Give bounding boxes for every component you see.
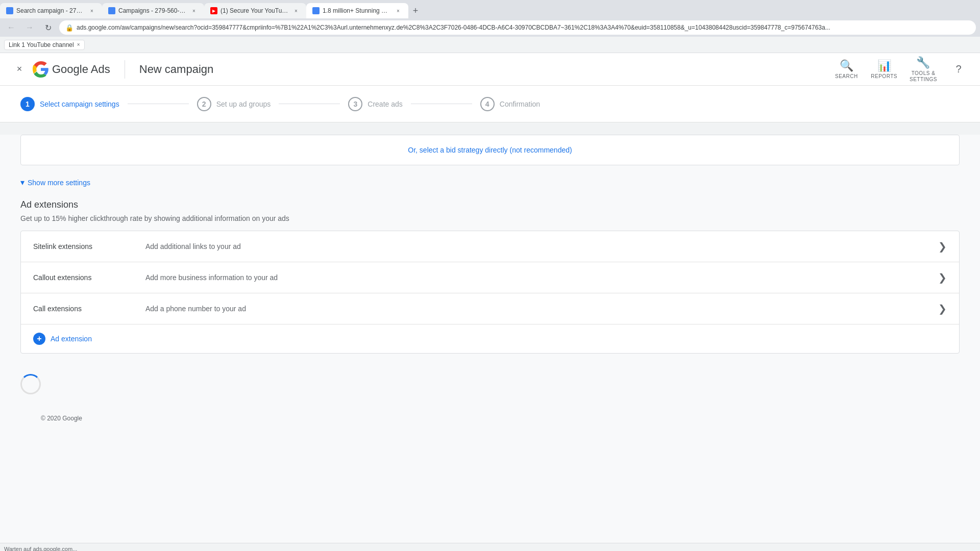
add-extension-row[interactable]: + Ad extension [21, 324, 959, 353]
tab-favicon-4 [312, 7, 320, 14]
tools-icon: 🔧 [916, 56, 930, 69]
google-ads-logo: Google Ads [33, 61, 110, 78]
main-content: Or, select a bid strategy directly (not … [0, 135, 980, 543]
stepper-bar: 1 Select campaign settings 2 Set up ad g… [0, 86, 980, 122]
search-icon: 🔍 [840, 59, 853, 72]
header-left: × Google Ads New campaign [12, 60, 213, 79]
tab-favicon-2 [108, 7, 115, 14]
tab-bar: Search campaign - 279-560... × Campaigns… [0, 0, 980, 18]
chevron-down-icon: ▾ [20, 178, 24, 187]
step-connector-2-3 [279, 104, 340, 104]
url-text: ads.google.com/aw/campaigns/new/search?o… [77, 24, 830, 31]
page-title: New campaign [139, 63, 214, 76]
header-divider [125, 60, 125, 79]
sitelink-chevron-icon: ❯ [938, 240, 947, 253]
call-extension-name: Call extensions [33, 305, 145, 313]
step-2: 2 Set up ad groups [197, 97, 271, 111]
step-3-circle: 3 [348, 97, 362, 111]
forward-button[interactable]: → [22, 20, 37, 35]
help-button[interactable]: ? [949, 60, 968, 79]
search-label: SEARCH [835, 73, 858, 80]
step-1-circle: 1 [20, 97, 35, 111]
tab-youtube[interactable]: ▶ (1) Secure Your YouTube Acco... × [204, 3, 306, 18]
step-4-label: Confirmation [500, 100, 540, 108]
callout-chevron-icon: ❯ [938, 271, 947, 284]
add-extension-label: Ad extension [51, 335, 92, 343]
back-button[interactable]: ← [4, 20, 18, 35]
tab-title-4: 1.8 million+ Stunning Free Im... [323, 7, 391, 14]
new-tab-button[interactable]: + [408, 4, 423, 18]
loading-spinner [20, 374, 41, 394]
sitelink-extension-desc: Add additional links to your ad [145, 242, 938, 251]
show-more-settings[interactable]: ▾ Show more settings [20, 178, 960, 187]
copyright-text: © 2020 Google [41, 415, 82, 422]
tab-title-3: (1) Secure Your YouTube Acco... [220, 7, 289, 14]
step-connector-1-2 [128, 104, 189, 104]
step-3: 3 Create ads [348, 97, 402, 111]
ad-extensions-title: Ad extensions [20, 199, 960, 210]
call-chevron-icon: ❯ [938, 303, 947, 315]
reports-icon: 📊 [877, 59, 891, 72]
close-button[interactable]: × [12, 62, 27, 77]
extensions-list: Sitelink extensions Add additional links… [20, 231, 960, 354]
google-ads-title: Google Ads [52, 63, 110, 76]
tab-close-btn[interactable]: × [88, 7, 96, 15]
search-nav-button[interactable]: 🔍 SEARCH [834, 59, 859, 80]
step-3-label: Create ads [368, 100, 402, 108]
bookmark-bar: Link 1 YouTube channel × [0, 37, 980, 53]
callout-extension-desc: Add more business information to your ad [145, 273, 938, 282]
step-connector-3-4 [411, 104, 472, 104]
step-4: 4 Confirmation [480, 97, 540, 111]
tab-campaigns[interactable]: Campaigns - 279-560-1893 × [102, 3, 204, 18]
url-bar[interactable]: 🔒 ads.google.com/aw/campaigns/new/search… [59, 20, 976, 35]
ad-extensions-section: Ad extensions Get up to 15% higher click… [20, 199, 960, 354]
call-extension-desc: Add a phone number to your ad [145, 305, 938, 313]
bid-strategy-link[interactable]: Or, select a bid strategy directly (not … [408, 146, 572, 154]
refresh-button[interactable]: ↻ [41, 20, 55, 35]
bookmark-close-icon[interactable]: × [77, 42, 80, 47]
call-extension-row[interactable]: Call extensions Add a phone number to yo… [21, 293, 959, 324]
tab-active[interactable]: 1.8 million+ Stunning Free Im... × [306, 3, 408, 18]
tab-title-2: Campaigns - 279-560-1893 [118, 7, 187, 14]
tab-favicon [6, 7, 13, 14]
step-1-label: Select campaign settings [40, 100, 119, 108]
loading-area [20, 354, 960, 405]
show-more-label: Show more settings [28, 179, 90, 187]
address-bar: ← → ↻ 🔒 ads.google.com/aw/campaigns/new/… [0, 18, 980, 37]
ad-extensions-subtitle: Get up to 15% higher clickthrough rate b… [20, 214, 960, 222]
tab-search-campaign[interactable]: Search campaign - 279-560... × [0, 3, 102, 18]
step-4-circle: 4 [480, 97, 495, 111]
bookmark-youtube-link[interactable]: Link 1 YouTube channel × [4, 40, 85, 50]
tab-close-btn-4[interactable]: × [394, 7, 402, 15]
tools-nav-button[interactable]: 🔧 TOOLS & SETTINGS [910, 56, 937, 83]
add-extension-icon: + [33, 333, 45, 345]
app-header: × Google Ads New campaign 🔍 SEARCH 📊 REP… [0, 53, 980, 86]
reports-nav-button[interactable]: 📊 REPORTS [871, 59, 897, 80]
sitelink-extension-row[interactable]: Sitelink extensions Add additional links… [21, 231, 959, 262]
step-1: 1 Select campaign settings [20, 97, 119, 111]
callout-extension-name: Callout extensions [33, 273, 145, 282]
callout-extension-row[interactable]: Callout extensions Add more business inf… [21, 262, 959, 293]
reports-label: REPORTS [871, 73, 897, 80]
bookmark-label: Link 1 YouTube channel [9, 41, 74, 48]
step-2-circle: 2 [197, 97, 211, 111]
status-bar: Warten auf ads.google.com... [0, 543, 980, 551]
footer: © 2020 Google [20, 405, 960, 432]
tab-title: Search campaign - 279-560... [16, 7, 85, 14]
tab-favicon-3: ▶ [210, 7, 217, 14]
tools-label: TOOLS & SETTINGS [910, 70, 937, 83]
status-text: Warten auf ads.google.com... [4, 546, 77, 552]
tab-close-btn-3[interactable]: × [292, 7, 300, 15]
google-logo-icon [33, 61, 49, 78]
browser-chrome: Search campaign - 279-560... × Campaigns… [0, 0, 980, 53]
bid-strategy-section: Or, select a bid strategy directly (not … [20, 135, 960, 165]
tab-close-btn-2[interactable]: × [190, 7, 198, 15]
sitelink-extension-name: Sitelink extensions [33, 242, 145, 251]
step-2-label: Set up ad groups [216, 100, 271, 108]
header-right: 🔍 SEARCH 📊 REPORTS 🔧 TOOLS & SETTINGS ? [834, 56, 968, 83]
